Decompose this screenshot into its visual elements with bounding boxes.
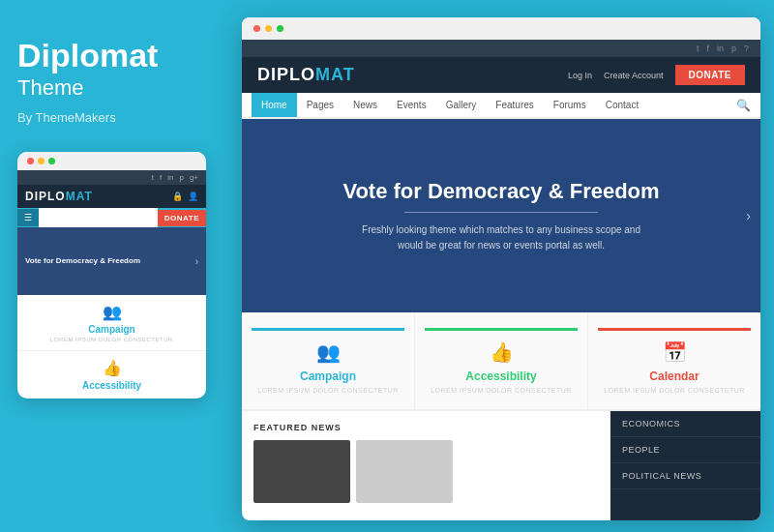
browser-top-bar — [242, 17, 760, 40]
browser-sidebar: ECONOMICS PEOPLE POLITICAL NEWS — [610, 411, 760, 520]
phone-nav: DIPLOMAT 🔒 👤 — [17, 185, 206, 208]
browser-social-bar: t f in p ? — [242, 40, 760, 57]
accessibility-color-bar — [425, 328, 578, 331]
dot-yellow — [38, 158, 45, 164]
browser-mockup: t f in p ? DIPLOMAT Log In Create Accoun… — [242, 17, 760, 520]
phone-toolbar: ☰ DONATE — [17, 208, 206, 227]
browser-dot-green — [277, 25, 283, 32]
browser-hero-divider — [404, 212, 598, 213]
menu-item-gallery[interactable]: Gallery — [436, 93, 487, 117]
browser-news-section: FEATURED NEWS — [242, 411, 610, 520]
menu-item-features[interactable]: Features — [486, 93, 543, 117]
menu-item-contact[interactable]: Contact — [596, 93, 648, 117]
campaign-icon: 👥 — [25, 303, 198, 321]
browser-nav: DIPLOMAT Log In Create Account DONATE — [242, 57, 760, 93]
phone-mockup: t f in p g+ DIPLOMAT 🔒 👤 ☰ DONATE Vote f… — [17, 152, 206, 399]
browser-bottom: FEATURED NEWS ECONOMICS PEOPLE POLITICAL… — [242, 411, 760, 520]
phone-search-bar[interactable] — [39, 208, 158, 227]
browser-menu: Home Pages News Events Gallery Features … — [242, 93, 760, 119]
menu-item-news[interactable]: News — [343, 93, 387, 117]
browser-hero-sub1: Freshly looking theme which matches to a… — [362, 224, 640, 235]
browser-nav-right: Log In Create Account DONATE — [568, 65, 745, 85]
calendar-feature-sub: LOREM IPSUM DOLOR CONSECTETUR — [598, 387, 751, 394]
phone-campaign-section: 👥 Campaign LOREM IPSUM DOLOR CONSECTETUR — [17, 295, 206, 351]
browser-search-icon[interactable]: 🔍 — [736, 99, 751, 112]
browser-facebook-icon: f — [706, 44, 709, 53]
campaign-color-bar — [252, 328, 404, 331]
phone-campaign-title: Campaign — [25, 324, 198, 335]
google-icon: g+ — [190, 173, 198, 182]
phone-nav-icons: 🔒 👤 — [172, 192, 198, 201]
accessibility-feature-title: Accessibility — [425, 369, 578, 383]
linkedin-icon: in — [167, 173, 173, 182]
browser-pinterest-icon: p — [731, 44, 736, 53]
campaign-feature-icon: 👥 — [252, 340, 404, 364]
menu-item-pages[interactable]: Pages — [297, 93, 343, 117]
accessibility-feature-icon: 👍 — [425, 340, 578, 364]
feature-accessibility: 👍 Accessibility LOREM IPSUM DOLOR CONSEC… — [415, 312, 588, 409]
browser-hero-subtitle: Freshly looking theme which matches to a… — [362, 222, 640, 253]
browser-dot-red — [253, 25, 260, 32]
browser-hero-sub2: would be great for news or events portal… — [398, 240, 605, 251]
phone-hero-text: Vote for Democracy & Freedom — [25, 256, 140, 266]
featured-news-title: FEATURED NEWS — [253, 423, 598, 432]
phone-campaign-sub: LOREM IPSUM DOLOR CONSECTETUR — [25, 337, 198, 342]
news-images — [253, 440, 598, 503]
browser-features: 👥 Campaign LOREM IPSUM DOLOR CONSECTETUR… — [242, 312, 760, 411]
accessibility-icon: 👍 — [25, 359, 198, 377]
phone-top-bar — [17, 152, 206, 170]
left-panel: Diplomat Theme By ThemeMakers t f in p g… — [17, 0, 230, 532]
news-image-2 — [356, 440, 453, 503]
theme-title: Diplomat — [17, 39, 230, 72]
theme-by: By ThemeMakers — [17, 110, 230, 125]
browser-donate-button[interactable]: DONATE — [675, 65, 745, 85]
phone-hero-arrow: › — [195, 256, 198, 267]
menu-item-forums[interactable]: Forums — [544, 93, 596, 117]
browser-twitter-icon: t — [697, 44, 700, 53]
browser-hero: Vote for Democracy & Freedom Freshly loo… — [242, 119, 760, 312]
browser-hero-title: Vote for Democracy & Freedom — [342, 179, 659, 204]
feature-calendar: 📅 Calendar LOREM IPSUM DOLOR CONSECTETUR — [588, 312, 760, 409]
browser-google-icon: ? — [744, 44, 749, 53]
sidebar-item-economics[interactable]: ECONOMICS — [610, 411, 760, 437]
browser-dot-yellow — [265, 25, 272, 32]
phone-hero: Vote for Democracy & Freedom › — [17, 227, 206, 295]
phone-social-bar: t f in p g+ — [17, 170, 206, 185]
lock-icon: 🔒 — [172, 192, 183, 201]
calendar-feature-icon: 📅 — [598, 340, 751, 364]
feature-campaign: 👥 Campaign LOREM IPSUM DOLOR CONSECTETUR — [242, 312, 415, 409]
calendar-color-bar — [598, 328, 751, 331]
browser-login-link[interactable]: Log In — [568, 71, 592, 80]
pinterest-icon: p — [179, 173, 183, 182]
sidebar-item-people[interactable]: PEOPLE — [610, 437, 760, 463]
sidebar-item-political-news[interactable]: POLITICAL NEWS — [610, 463, 760, 489]
campaign-feature-sub: LOREM IPSUM DOLOR CONSECTETUR — [252, 387, 404, 394]
dot-red — [27, 158, 34, 164]
news-image-1 — [253, 440, 350, 503]
phone-donate-button[interactable]: DONATE — [158, 210, 206, 226]
facebook-icon: f — [160, 173, 162, 182]
dot-green — [48, 158, 55, 164]
browser-logo: DIPLOMAT — [257, 65, 355, 85]
menu-item-home[interactable]: Home — [252, 93, 297, 117]
campaign-feature-title: Campaign — [252, 369, 404, 383]
twitter-icon: t — [152, 173, 154, 182]
user-icon: 👤 — [188, 192, 198, 201]
browser-hero-arrow: › — [746, 208, 751, 223]
theme-subtitle: Theme — [17, 75, 230, 101]
hamburger-icon[interactable]: ☰ — [17, 209, 39, 226]
menu-item-events[interactable]: Events — [387, 93, 436, 117]
calendar-feature-title: Calendar — [598, 369, 751, 383]
browser-create-link[interactable]: Create Account — [604, 71, 664, 80]
browser-linkedin-icon: in — [717, 44, 724, 53]
accessibility-feature-sub: LOREM IPSUM DOLOR CONSECTETUR — [425, 387, 578, 394]
phone-accessibility-title: Accessibility — [25, 380, 198, 391]
phone-logo: DIPLOMAT — [25, 190, 93, 203]
phone-accessibility-section: 👍 Accessibility — [17, 351, 206, 399]
